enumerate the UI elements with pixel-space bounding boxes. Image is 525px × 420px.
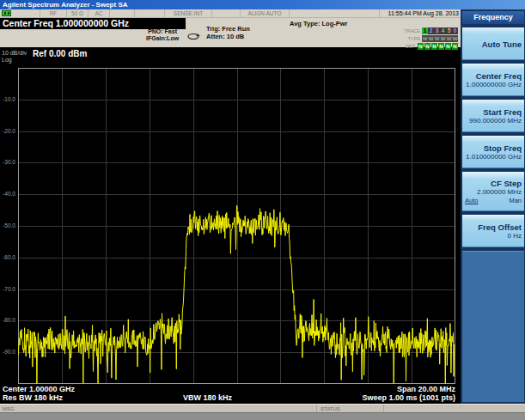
res-bw-annotation: Res BW 180 kHz (3, 393, 63, 402)
status-cell-rf: RF (40, 9, 67, 17)
atten-label: Atten: 10 dB (206, 33, 250, 40)
center-freq-label: Center Freq (476, 71, 522, 81)
db-per-div-label: 10 dB/div (2, 50, 27, 57)
log-scale-label: Log (2, 57, 27, 64)
sweep-annotation: Sweep 1.00 ms (1001 pts) (362, 393, 455, 402)
trace-type-indicator: W (452, 35, 458, 42)
trace-type-indicator: W (446, 35, 452, 42)
status-cell-9 (290, 9, 380, 17)
cf-step-auto-option[interactable]: Auto (465, 197, 478, 204)
trace-2-indicator: 2 (428, 27, 434, 34)
y-tick-label: -60.0 (0, 254, 15, 260)
lxi-io-indicator (2, 10, 11, 16)
trace-detector-indicator: N (438, 43, 444, 50)
cf-step-man-option[interactable]: Man (509, 197, 522, 204)
trace-type-indicator: W (428, 35, 434, 42)
trace-type-indicator: W (422, 35, 428, 42)
y-tick-label: -50.0 (0, 222, 15, 228)
softkey-cf-step[interactable]: CF Step2.000000 MHzAutoMan (462, 172, 524, 211)
pno-label: PNO: Fast (146, 28, 179, 35)
datetime-readout: 11:55:44 PM Aug 28, 2013 (380, 9, 461, 17)
continuous-sweep-icon (186, 28, 200, 44)
annotation-row-2: Res BW 180 kHz VBW 180 kHz Sweep 1.00 ms… (3, 393, 455, 402)
center-freq-annotation: Center 1.00000 GHz (3, 385, 75, 393)
trace-type-indicator: W (434, 35, 440, 42)
y-tick-label: -90.0 (0, 349, 15, 355)
trace-detector-indicator: N (431, 43, 437, 50)
ifgain-label: IFGain:Low (146, 35, 179, 42)
status-strip: RF50 ΩACSENSE:INTALIGN AUTO11:55:44 PM A… (0, 9, 461, 18)
y-tick-label: -20.0 (0, 128, 15, 134)
softkey-blank-area (462, 251, 524, 402)
status-cell-4 (110, 9, 135, 17)
avg-type-label: Avg Type: Log-Pwr (290, 20, 348, 27)
y-tick-label: -30.0 (0, 159, 15, 165)
start-freq-label: Start Freq (483, 107, 522, 117)
status-cell-align-auto: ALIGN AUTO (241, 9, 290, 17)
scale-readout: 10 dB/div Log (2, 50, 27, 64)
status-cell-50-: 50 Ω (67, 9, 89, 17)
message-bar: MSG STATUS (0, 404, 525, 412)
status-cell-5 (135, 9, 165, 17)
y-tick-label: -80.0 (0, 317, 15, 323)
trace-5-indicator: 5 (446, 27, 452, 34)
freq-offset-value: 0 Hz (508, 232, 522, 240)
freq-offset-label: Freq Offset (478, 222, 522, 232)
trace-status-panel: TRACE123456TYPEWWWWWWDETNNNNNN (404, 27, 458, 51)
measurement-bar: Center Freq 1.000000000 GHz PNO: Fast IF… (0, 18, 461, 47)
softkey-freq-offset[interactable]: Freq Offset0 Hz (462, 215, 524, 247)
bottom-strip (0, 412, 525, 420)
menu-title: Frequency (462, 11, 524, 24)
span-annotation: Span 20.00 MHz (397, 385, 455, 393)
softkey-auto-tune[interactable]: Auto Tune (462, 27, 524, 60)
spectrum-analyzer-window: Agilent Spectrum Analyzer - Swept SA RF5… (0, 0, 525, 420)
trace-type-indicator: W (440, 35, 446, 42)
trace-detector-indicator: N (418, 43, 424, 50)
vbw-annotation: VBW 180 kHz (183, 393, 232, 402)
auto-tune-label: Auto Tune (482, 40, 522, 49)
annotation-row-1: Center 1.00000 GHz Span 20.00 MHz (3, 385, 455, 393)
stop-freq-value: 1.010000000 GHz (466, 153, 522, 161)
softkey-center-freq[interactable]: Center Freq1.000000000 GHz (462, 64, 524, 96)
cf-step-label: CF Step (491, 179, 522, 188)
softkey-stop-freq[interactable]: Stop Freq1.010000000 GHz (462, 136, 524, 168)
pno-ifgain-readout: PNO: Fast IFGain:Low (146, 28, 179, 42)
amplitude-axis-labels: -10.0-20.0-30.0-40.0-50.0-60.0-70.0-80.0… (0, 68, 16, 384)
center-freq-value: 1.000000000 GHz (466, 81, 522, 89)
stop-freq-label: Stop Freq (484, 143, 522, 153)
softkey-menu: Frequency Auto TuneCenter Freq1.00000000… (461, 9, 525, 404)
graticule-and-trace (18, 68, 455, 384)
trace-4-indicator: 4 (440, 27, 446, 34)
ref-level-label: Ref 0.00 dBm (33, 49, 87, 58)
trace-1 (18, 205, 455, 383)
lxi-cell (0, 9, 40, 17)
softkey-start-freq[interactable]: Start Freq990.000000 MHz (462, 100, 524, 132)
trace-detector-indicator: N (452, 43, 458, 50)
cf-step-value: 2.000000 MHz (477, 188, 522, 197)
start-freq-value: 990.000000 MHz (469, 117, 522, 125)
trace-detector-indicator: N (445, 43, 451, 50)
trace-6-indicator: 6 (452, 27, 458, 34)
trigger-atten-readout: Trig: Free Run Atten: 10 dB (206, 25, 250, 40)
trace-1-indicator: 1 (422, 27, 428, 34)
trigger-label: Trig: Free Run (206, 25, 250, 33)
y-tick-label: -40.0 (0, 191, 15, 197)
status-cell-7 (212, 9, 241, 17)
status-cell-ac: AC (89, 9, 110, 17)
status-cell-sense-int: SENSE:INT (165, 9, 212, 17)
window-title: Agilent Spectrum Analyzer - Swept SA (0, 0, 525, 9)
y-tick-label: -10.0 (0, 96, 15, 102)
y-tick-label: -70.0 (0, 286, 15, 292)
spectrum-display (18, 68, 455, 384)
trace-3-indicator: 3 (434, 27, 440, 34)
trace-detector-indicator: N (424, 43, 430, 50)
